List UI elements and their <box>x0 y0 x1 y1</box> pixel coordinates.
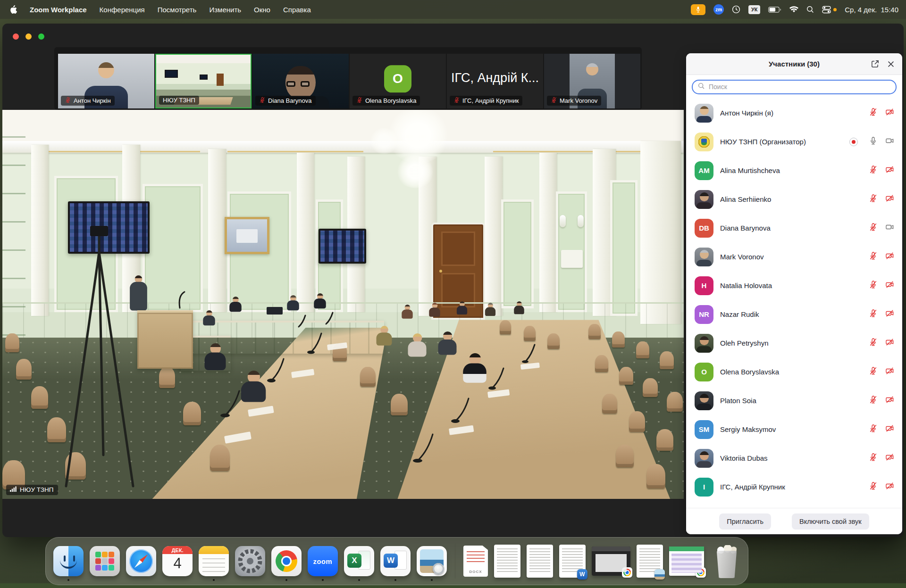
dock-trash[interactable] <box>713 544 740 578</box>
video-thumbnail-1[interactable]: НЮУ ТЗНП <box>155 54 252 108</box>
popout-panel-icon[interactable] <box>870 59 880 69</box>
dock-icon-preview[interactable] <box>417 546 447 576</box>
running-indicator <box>285 579 287 581</box>
menu-item-1[interactable]: Посмотреть <box>158 6 197 14</box>
spotlight-search-icon[interactable] <box>806 6 814 13</box>
dock-icon-zoom[interactable]: zoom <box>308 546 338 576</box>
time-machine-icon[interactable] <box>732 5 740 14</box>
search-icon <box>697 82 705 91</box>
participant-row[interactable]: HNatalia Holovata <box>686 271 902 300</box>
mic-on-icon <box>869 136 878 147</box>
signal-bars-icon <box>10 486 17 493</box>
mic-muted-icon <box>869 338 878 348</box>
search-input[interactable] <box>708 83 891 91</box>
participant-row[interactable]: Oleh Petryshyn <box>686 329 902 357</box>
minimize-window-button[interactable] <box>25 33 32 40</box>
camera-muted-icon <box>885 309 895 320</box>
participant-name: Sergiy Maksymov <box>720 425 862 433</box>
menu-item-3[interactable]: Окно <box>254 6 270 14</box>
dock-icon-calendar[interactable]: ДЕК.4 <box>162 546 193 576</box>
participant-row[interactable]: OOlena Boryslavska <box>686 357 902 386</box>
minimized-preview-document[interactable] <box>637 545 663 578</box>
participant-photo-avatar <box>695 248 713 266</box>
menu-bar-clock[interactable]: Ср, 4 дек. 15:40 <box>845 6 898 14</box>
mic-muted-icon <box>869 194 878 205</box>
room-details <box>2 110 684 499</box>
participant-photo-avatar <box>695 391 713 410</box>
participant-row[interactable]: IІГС, Андрій Крупник <box>686 472 902 501</box>
participant-row[interactable]: NRNazar Rudik <box>686 300 902 329</box>
dock-icon-excel[interactable]: X <box>344 546 374 576</box>
participant-name: НЮУ ТЗНП (Организатор) <box>720 138 843 146</box>
minimized-document[interactable] <box>527 545 553 578</box>
minimized-chrome-window[interactable] <box>592 547 630 576</box>
mic-in-use-indicator[interactable] <box>691 4 705 15</box>
battery-icon[interactable] <box>768 7 781 13</box>
dock-icon-word[interactable]: W <box>380 546 411 576</box>
participant-row[interactable]: Viktoriia Dubas <box>686 444 902 472</box>
participant-name: Natalia Holovata <box>720 282 862 290</box>
chrome-badge-icon <box>622 567 632 578</box>
menu-item-2[interactable]: Изменить <box>209 6 241 14</box>
mic-muted-icon <box>869 309 878 320</box>
close-panel-icon[interactable] <box>886 59 896 69</box>
menu-item-0[interactable]: Конференция <box>100 6 145 14</box>
unmute-button[interactable]: Включить свой звук <box>792 513 869 530</box>
video-thumbnail-4[interactable]: ІГС, Андрій К...ІГС, Андрій Крупник <box>447 54 543 108</box>
mic-muted-icon <box>869 223 878 233</box>
participant-row[interactable]: AMAlina Murtishcheva <box>686 156 902 185</box>
mic-muted-icon <box>869 395 878 406</box>
fullscreen-window-button[interactable] <box>38 33 44 40</box>
control-center-icon[interactable] <box>822 5 831 14</box>
menu-app-name[interactable]: Zoom Workplace <box>30 6 87 14</box>
invite-button[interactable]: Пригласить <box>719 513 771 530</box>
participant-row[interactable]: Mark Voronov <box>686 242 902 271</box>
mic-muted-icon <box>869 366 878 377</box>
minimized-spreadsheet[interactable] <box>669 547 704 576</box>
participant-photo-avatar <box>695 190 713 209</box>
dock-icon-finder[interactable] <box>53 546 84 576</box>
participant-row[interactable]: DBDiana Barynova <box>686 214 902 242</box>
wifi-icon[interactable] <box>789 6 798 13</box>
dock-icon-settings[interactable] <box>235 546 265 576</box>
minimized-document[interactable] <box>494 545 520 578</box>
camera-muted-icon <box>885 338 895 348</box>
participant-name: Platon Soia <box>720 397 862 405</box>
zoom-menubar-icon[interactable]: zm <box>713 4 724 15</box>
minimized-word-document[interactable] <box>559 545 586 578</box>
camera-muted-icon <box>885 453 895 464</box>
video-thumbnail-5[interactable]: Mark Voronov <box>544 54 640 108</box>
dock-icon-safari[interactable] <box>126 546 156 576</box>
close-window-button[interactable] <box>13 33 19 40</box>
dock-icon-chrome[interactable] <box>271 546 302 576</box>
video-thumbnail-2[interactable]: Diana Barynova <box>252 54 349 108</box>
dock-icon-notes[interactable] <box>199 546 229 576</box>
preview-badge-icon <box>654 569 665 580</box>
menu-item-4[interactable]: Справка <box>283 6 311 14</box>
mic-muted-icon <box>869 453 878 464</box>
video-thumbnail-0[interactable]: Антон Чиркін <box>58 54 154 108</box>
participant-row[interactable]: Антон Чиркін (я) <box>686 99 902 127</box>
participant-name: Oleh Petryshyn <box>720 339 862 347</box>
thumbnail-name-label: Антон Чиркін <box>61 96 115 106</box>
participant-row[interactable]: Alina Serhiienko <box>686 185 902 214</box>
running-indicator <box>322 579 324 581</box>
camera-muted-icon <box>885 424 895 435</box>
main-speaker-video[interactable]: НЮУ ТЗНП <box>2 110 684 499</box>
participant-row[interactable]: НЮУ ТЗНП (Организатор) <box>686 127 902 156</box>
camera-on-icon <box>885 136 895 147</box>
participant-row[interactable]: SMSergiy Maksymov <box>686 415 902 444</box>
minimized-docx-file[interactable]: DOCX <box>463 546 488 577</box>
video-thumbnail-3[interactable]: OOlena Boryslavska <box>350 54 446 108</box>
participant-initial-avatar: O <box>384 65 411 92</box>
window-controls <box>13 33 44 40</box>
mic-muted-icon <box>869 481 878 492</box>
mic-muted-icon <box>869 251 878 262</box>
dock-icon-launchpad[interactable] <box>90 546 120 576</box>
participant-avatar: O <box>695 363 713 381</box>
participant-row[interactable]: Platon Soia <box>686 386 902 415</box>
participant-photo-avatar <box>695 449 713 468</box>
mic-muted-icon <box>869 280 878 291</box>
apple-menu-icon[interactable] <box>9 5 17 14</box>
keyboard-layout-badge[interactable]: УК <box>748 5 760 14</box>
